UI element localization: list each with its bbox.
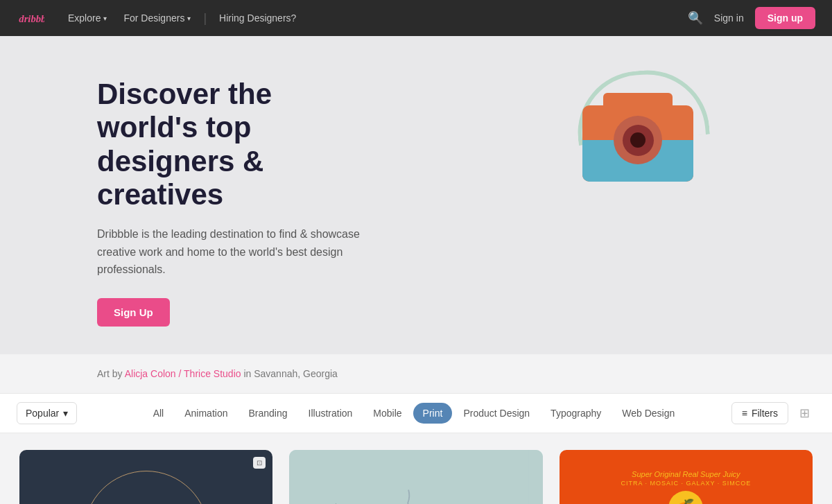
hero-headline: Discover the world's top designers & cre… [97, 78, 374, 211]
grid-icon: ⊞ [799, 406, 810, 420]
for-designers-chevron-icon: ▾ [187, 15, 191, 22]
shot-card-2[interactable] [289, 450, 542, 504]
juice-illustration: Super Original Real Super Juicy CITRA · … [560, 450, 813, 504]
art-location: in Savannah, Georgia [243, 368, 337, 379]
shot-image-3: Super Original Real Super Juicy CITRA · … [560, 450, 813, 504]
grid-view-button[interactable]: ⊞ [794, 400, 815, 426]
shot-image-2 [289, 450, 542, 504]
filter-tag-all[interactable]: All [144, 403, 174, 424]
filter-tag-product-design[interactable]: Product Design [453, 403, 539, 424]
nav-divider: | [203, 11, 207, 26]
camera-lens-inner [623, 125, 654, 156]
filter-tag-typography[interactable]: Typography [541, 403, 611, 424]
search-icon[interactable]: 🔍 [688, 10, 703, 26]
art-prefix: Art by [97, 368, 123, 379]
glenwood-illustration: Glenwood HOT SPRINGSRESORT [45, 467, 248, 504]
glenwood-circle: Glenwood HOT SPRINGSRESORT [84, 471, 209, 504]
art-artist-link[interactable]: Alicja Colon / Thrice Studio [125, 368, 241, 379]
signup-button[interactable]: Sign up [755, 7, 815, 29]
juice-top-text: Super Original Real Super Juicy [632, 470, 740, 478]
svg-rect-2 [303, 450, 529, 504]
filter-tag-web-design[interactable]: Web Design [612, 403, 684, 424]
sort-dropdown[interactable]: Popular ▾ [17, 402, 77, 424]
sort-chevron-icon: ▾ [63, 408, 68, 419]
svg-text:dribbble: dribbble [19, 13, 44, 24]
hero-illustration [569, 64, 763, 258]
camera-lens-core [630, 132, 645, 148]
sort-label: Popular [26, 408, 59, 419]
for-designers-label: For Designers [123, 12, 184, 24]
filter-tag-mobile[interactable]: Mobile [363, 403, 411, 424]
filters-label: Filters [752, 408, 778, 419]
filter-tag-animation[interactable]: Animation [175, 403, 237, 424]
explore-label: Explore [68, 12, 101, 24]
hero-content: Discover the world's top designers & cre… [0, 78, 471, 327]
filter-tag-print[interactable]: Print [413, 403, 453, 424]
filter-bar: Popular ▾ AllAnimationBrandingIllustrati… [0, 393, 832, 433]
filters-icon: ≡ [742, 408, 747, 419]
hero-section: Discover the world's top designers & cre… [0, 36, 832, 354]
filter-tags: AllAnimationBrandingIllustrationMobilePr… [96, 403, 731, 424]
filter-tag-branding[interactable]: Branding [239, 403, 297, 424]
shot-card-3[interactable]: Super Original Real Super Juicy CITRA · … [560, 450, 813, 504]
nav-links: Explore ▾ For Designers ▾ | Hiring Desig… [61, 8, 671, 28]
signin-button[interactable]: Sign in [714, 12, 744, 24]
nav-right: 🔍 Sign in Sign up [688, 7, 815, 29]
farm-illustration [289, 450, 542, 504]
hero-description: Dribbble is the leading destination to f… [97, 225, 374, 279]
hero-signup-button[interactable]: Sign Up [97, 298, 170, 327]
explore-link[interactable]: Explore ▾ [61, 8, 114, 28]
for-designers-link[interactable]: For Designers ▾ [116, 8, 198, 28]
dribbble-logo[interactable]: dribbble [17, 8, 44, 28]
shot-badge-1: ⊡ [253, 457, 266, 469]
explore-chevron-icon: ▾ [103, 15, 107, 22]
art-credit: Art by Alicja Colon / Thrice Studio in S… [0, 354, 832, 393]
juice-dots: CITRA · MOSAIC · GALAXY · SIMCOE [621, 480, 751, 487]
filters-button[interactable]: ≡ Filters [731, 402, 788, 424]
filter-tag-illustration[interactable]: Illustration [299, 403, 363, 424]
shots-grid: Glenwood HOT SPRINGSRESORT ⊡ [0, 433, 832, 504]
camera-lens [614, 116, 662, 164]
juice-orange-icon: 🍊 [668, 491, 703, 504]
hiring-link[interactable]: Hiring Designers? [212, 8, 303, 28]
shot-card-1[interactable]: Glenwood HOT SPRINGSRESORT ⊡ [19, 450, 272, 504]
navbar: dribbble Explore ▾ For Designers ▾ | Hir… [0, 0, 832, 36]
shot-image-1: Glenwood HOT SPRINGSRESORT ⊡ [19, 450, 272, 504]
